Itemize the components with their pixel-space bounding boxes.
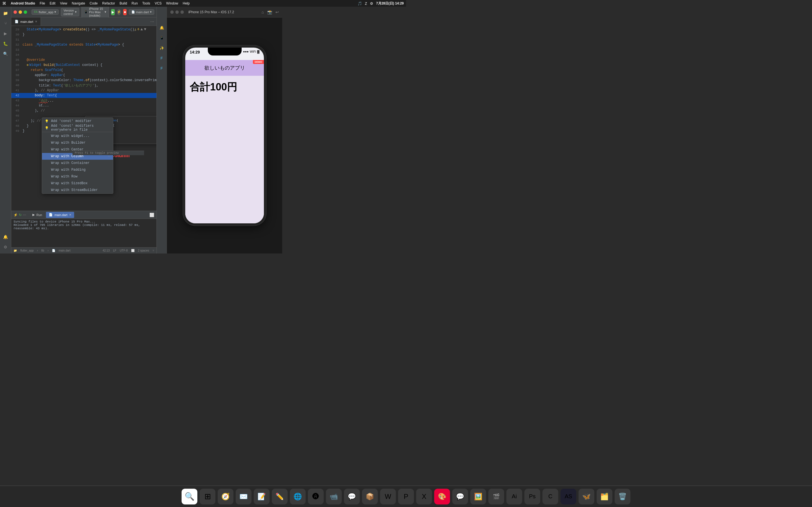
code-line-32: 32 class _MyHomePageState extends State<… (11, 42, 156, 47)
wrap-with-container-item[interactable]: Wrap with Container (42, 160, 113, 166)
device-selector[interactable]: 📱 iPhone 15 Pro Max (mobile) ▾ (82, 6, 109, 18)
menu-vcs[interactable]: VCS (155, 1, 162, 5)
menu-navigate[interactable]: Navigate (71, 1, 85, 5)
wrap-with-widget-item[interactable]: Wrap with widget... (42, 133, 113, 139)
phone-rotate-icon[interactable]: ↩ (275, 10, 279, 14)
notification-btn[interactable]: 🔔 (158, 24, 166, 32)
ide-toolbar: FA flutter_app ▾ Version control ▾ 📱 iPh… (11, 7, 156, 17)
context-menu-separator (42, 132, 113, 132)
bottom-tab-run[interactable]: ▶ Run (30, 212, 45, 218)
phone-status-icons: ●●● WiFi ▓ (243, 50, 259, 53)
close-button[interactable] (13, 10, 17, 14)
wrap-with-row-item[interactable]: Wrap with Row (42, 173, 113, 180)
sidebar-run-btn[interactable]: ▶ (1, 29, 10, 38)
bottom-console: Syncing files to device iPhone 15 Pro Ma… (11, 219, 156, 247)
project-path-icon: 📁 (13, 249, 17, 252)
minimize-button[interactable] (18, 10, 22, 14)
sidebar-settings-btn[interactable]: ⚙ (1, 243, 10, 251)
code-line-41: 41 ), // AppBar (11, 88, 156, 93)
bottom-expand-icon[interactable]: ⬜ (149, 213, 154, 217)
app-name[interactable]: Android Studio (11, 1, 35, 5)
menu-bar-right: 🎵 Z ⚙ 7月28日(日) 14:29 (357, 1, 404, 6)
status-right: 42:13 LF UTF-8 ⬜ 2 spaces ⑂ (103, 249, 154, 252)
menu-view[interactable]: View (60, 1, 67, 5)
run-file-btn[interactable]: 📄 main.dart ▾ (129, 9, 154, 15)
charset: UTF-8 (120, 249, 128, 252)
left-sidebar: 📁 ⑂ ▶ 🐛 🔍 🔔 ⚙ (0, 7, 11, 253)
right-side-toolbar: 🔔 📱 ✨ F F (156, 7, 167, 253)
sidebar-folder-btn[interactable]: 📁 (1, 9, 10, 17)
phone-frame-wrapper: 14:29 ●●● WiFi ▓ 欲しいものアプリ 合計100円 (177, 17, 272, 253)
code-line-42: 42 body: Text( (11, 93, 156, 98)
device-mirror-btn[interactable]: 📱 (158, 34, 166, 42)
git-branch-icon[interactable]: ⑂ (153, 249, 154, 252)
sidebar-git-btn[interactable]: ⑂ (1, 19, 10, 27)
code-line-34: 34 (11, 52, 156, 57)
phone-body: 合計100円 (185, 76, 264, 99)
menu-edit[interactable]: Edit (50, 1, 56, 5)
add-const-everywhere-item[interactable]: 💡 Add 'const' modifiers everywhere in fi… (42, 124, 113, 131)
wrap-with-streambuilder-item[interactable]: Wrap with StreamBuilder (42, 187, 113, 193)
format-icon[interactable]: ⬜ (131, 249, 135, 252)
code-line-39: 39 backgroundColor: Theme.of(context).co… (11, 78, 156, 83)
phone-screenshot-icon[interactable]: 📸 (267, 10, 272, 14)
version-control-btn[interactable]: Version control ▾ (61, 8, 79, 16)
fold-up-icon[interactable]: ▲ (140, 27, 143, 32)
ai-btn[interactable]: ✨ (158, 44, 166, 52)
code-line-37: 37 return Scaffold( (11, 68, 156, 73)
menu-window[interactable]: Window (166, 1, 178, 5)
tab-bar: 📄 main.dart ✕ ⋯ (11, 17, 156, 26)
bottom-tab-main-dart[interactable]: 📄 main.dart ✕ (46, 212, 74, 218)
apple-menu[interactable]: ⌘ (2, 1, 6, 6)
sidebar-debug-btn[interactable]: 🐛 (1, 40, 10, 48)
bottom-tab-close-icon[interactable]: ✕ (69, 213, 71, 216)
menu-code[interactable]: Code (90, 1, 98, 5)
menu-refactor[interactable]: Refactor (102, 1, 115, 5)
code-line-36: 36 ⚙Widget build(BuildContext context) { (11, 62, 156, 68)
menu-build[interactable]: Build (119, 1, 127, 5)
sidebar-search-btn[interactable]: 🔍 (1, 50, 10, 58)
code-line-38: 38 appBar: AppBar( (11, 73, 156, 78)
run-button[interactable]: ▶ (111, 9, 115, 15)
phone-title-text: iPhone 15 Pro Max – iOS 17.2 (188, 10, 234, 14)
bottom-panel: ⚡ ↻ ⋯ ▶ Run 📄 main.dart ✕ ⬜ Syncing file… (11, 211, 156, 247)
phone-tl-1 (170, 10, 174, 14)
code-line-31: 31 (11, 37, 156, 42)
tab-close-icon[interactable]: ✕ (35, 20, 37, 23)
phone-home-icon[interactable]: ⌂ (262, 10, 264, 14)
code-line-30: 30 } (11, 32, 156, 37)
bottom-panel-menu-icon[interactable]: ⋯ (23, 213, 26, 217)
code-line-35: 35 @override (11, 57, 156, 62)
press-hint: Press F1 to toggle preview (72, 151, 144, 155)
phone-panel: iPhone 15 Pro Max – iOS 17.2 ⌂ 📸 ↩ 14:29… (167, 7, 282, 253)
code-editor[interactable]: 29 State<MyHomePage> createState() => _M… (11, 26, 156, 211)
add-const-modifier-item[interactable]: 💡 Add 'const' modifier (42, 118, 113, 124)
wrap-with-padding-item[interactable]: Wrap with Padding (42, 166, 113, 173)
bottom-run-icon-area: ⚡ ↻ ⋯ (13, 213, 26, 217)
phone-frame: 14:29 ●●● WiFi ▓ 欲しいものアプリ 合計100円 (183, 45, 266, 226)
phone-time: 14:29 (190, 50, 200, 54)
flutter-outline-btn[interactable]: F (158, 64, 166, 72)
bulb-icon-2: 💡 (45, 126, 49, 130)
menu-bar: ⌘ Android Studio File Edit View Navigate… (0, 0, 406, 7)
wrap-with-builder-item[interactable]: Wrap with Builder (42, 139, 113, 146)
maximize-button[interactable] (24, 10, 27, 14)
flutter-inspector-btn[interactable]: F (158, 54, 166, 62)
menu-file[interactable]: File (40, 1, 45, 5)
main-dart-tab[interactable]: 📄 main.dart ✕ (11, 17, 41, 25)
sidebar-notification-btn[interactable]: 🔔 (1, 233, 10, 241)
main-layout: 📁 ⑂ ▶ 🐛 🔍 🔔 ⚙ FA flutter_app ▾ Version c… (0, 7, 406, 253)
warning-count: 6 (138, 27, 140, 31)
wrap-with-sizedbox-item[interactable]: Wrap with SizedBox (42, 180, 113, 187)
editor-menu-btn[interactable]: ⋯ (150, 19, 156, 24)
menu-run[interactable]: Run (132, 1, 138, 5)
phone-traffic-lights (170, 10, 184, 14)
fold-down-icon[interactable]: ▼ (144, 27, 146, 32)
menu-help[interactable]: Help (183, 1, 190, 5)
project-selector[interactable]: FA flutter_app ▾ (32, 9, 59, 15)
flutter-hot-restart-btn[interactable]: ⚡ (117, 9, 121, 15)
stop-button[interactable]: ■ (123, 9, 127, 15)
console-line-2: Reloaded 1 of 705 libraries in 126ms (co… (13, 223, 154, 230)
status-bar: 📁 flutter_app › lib › 📄 main.dart 42:13 … (11, 247, 156, 253)
menu-tools[interactable]: Tools (142, 1, 150, 5)
